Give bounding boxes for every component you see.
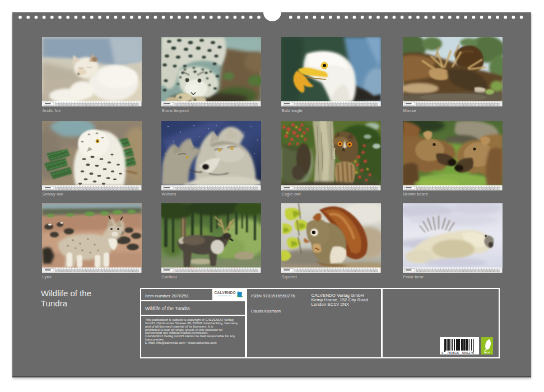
svg-text:9: 9: [441, 351, 443, 354]
svg-text:783516: 783516: [447, 351, 459, 354]
svg-text:550276: 550276: [462, 351, 474, 354]
svg-text:eco: eco: [484, 350, 490, 354]
